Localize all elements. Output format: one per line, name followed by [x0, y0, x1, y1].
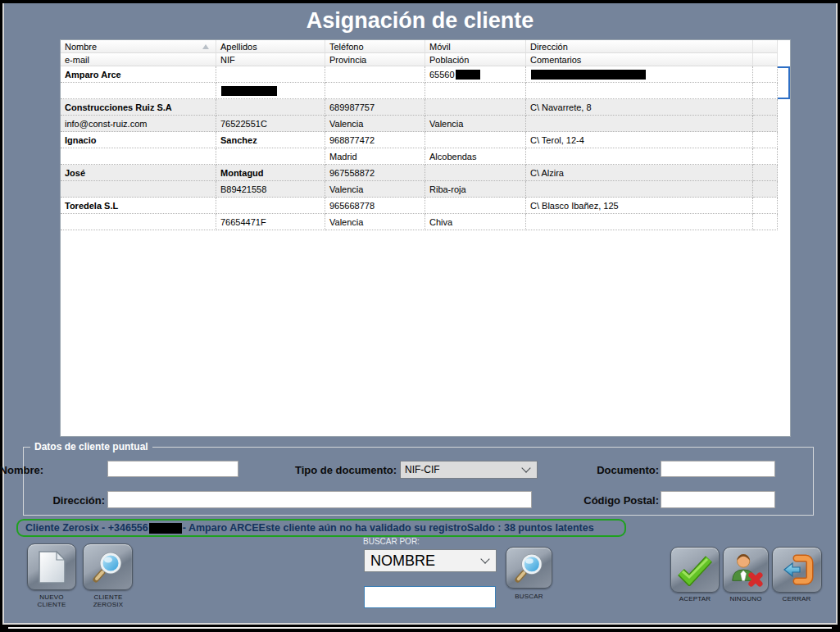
cerrar-button[interactable]	[772, 547, 822, 593]
grid-cell[interactable]	[526, 83, 753, 99]
grid-cell[interactable]: Montagud	[216, 165, 325, 181]
grid-cell[interactable]: 76654471F	[216, 214, 325, 230]
grid-row[interactable]: 76654471FValenciaChiva	[61, 214, 790, 230]
grid-header-cell[interactable]: Comentarios	[526, 53, 753, 66]
grid-cell[interactable]	[425, 99, 526, 116]
grid-cell[interactable]: info@const-ruiz.com	[61, 116, 216, 132]
search-input[interactable]	[364, 586, 496, 608]
grid-cell[interactable]: Construcciones Ruiz S.A	[61, 99, 216, 116]
grid-cell[interactable]	[216, 66, 325, 83]
grid-cell[interactable]	[61, 214, 216, 230]
grid-cell[interactable]	[216, 148, 325, 165]
tipo-documento-select[interactable]: NIF-CIF	[400, 461, 538, 479]
grid-cell[interactable]	[526, 116, 753, 132]
grid-cell[interactable]	[526, 181, 753, 198]
grid-cell[interactable]: Sanchez	[216, 132, 325, 148]
grid-cell[interactable]: José	[61, 165, 216, 181]
grid-row-pair[interactable]: Toredela S.L965668778C\ Blasco Ibañez, 1…	[61, 198, 790, 230]
grid-header-cell[interactable]: Teléfono	[325, 40, 425, 53]
grid-cell[interactable]: 967558872	[325, 165, 425, 181]
grid-cell[interactable]	[753, 66, 778, 83]
grid-cell[interactable]	[753, 116, 778, 132]
grid-row[interactable]: IgnacioSanchez968877472C\ Terol, 12-4	[61, 132, 790, 148]
grid-cell[interactable]: Valencia	[325, 116, 425, 132]
grid-cell[interactable]	[216, 83, 325, 99]
codigo-postal-input[interactable]	[661, 491, 775, 508]
grid-cell[interactable]	[753, 132, 778, 148]
grid-cell[interactable]	[425, 198, 526, 214]
grid-cell[interactable]	[753, 181, 778, 198]
grid-cell[interactable]	[526, 148, 753, 165]
grid-cell[interactable]: Valencia	[325, 214, 425, 230]
grid-cell[interactable]	[753, 148, 778, 165]
grid-cell[interactable]	[753, 214, 778, 230]
grid-cell[interactable]: Riba-roja	[425, 181, 526, 198]
buscar-por-select[interactable]: NOMBRE	[364, 549, 497, 572]
grid-cell[interactable]	[753, 99, 778, 116]
documento-input[interactable]	[661, 461, 775, 477]
nuevo-cliente-button[interactable]	[27, 543, 76, 590]
grid-header-cell[interactable]: Apellidos	[216, 40, 325, 53]
grid-header-cell[interactable]: e-mail	[61, 53, 216, 66]
grid-cell[interactable]	[325, 66, 425, 83]
ninguno-button[interactable]	[723, 547, 769, 593]
grid-cell[interactable]: Valencia	[425, 116, 526, 132]
aceptar-button[interactable]	[670, 547, 720, 593]
grid-cell[interactable]	[325, 83, 425, 99]
grid-header-cell[interactable]: Nombre	[61, 40, 216, 53]
grid-header-cell[interactable]: NIF	[216, 53, 325, 66]
grid-cell[interactable]: Alcobendas	[425, 148, 526, 165]
grid-cell[interactable]: Toredela S.L	[61, 198, 216, 214]
grid-cell[interactable]	[61, 148, 216, 165]
grid-cell[interactable]: C\ Alzira	[526, 165, 753, 181]
grid-row-pair[interactable]: Construcciones Ruiz S.A689987757C\ Navar…	[61, 99, 790, 132]
grid-cell[interactable]	[216, 198, 325, 214]
grid-row[interactable]: Toredela S.L965668778C\ Blasco Ibañez, 1…	[61, 198, 790, 214]
grid-cell[interactable]: C\ Navarrete, 8	[526, 99, 753, 116]
grid-cell[interactable]	[216, 99, 325, 116]
grid-cell[interactable]: Amparo Arce	[61, 66, 216, 83]
grid-cell[interactable]: 76522551C	[216, 116, 325, 132]
grid-cell[interactable]: Madrid	[325, 148, 425, 165]
grid-cell[interactable]	[61, 181, 216, 198]
grid-cell[interactable]	[61, 83, 216, 99]
grid-header-cell[interactable]: Dirección	[526, 40, 753, 53]
grid-cell[interactable]	[753, 165, 778, 181]
grid-header-cell[interactable]: Provincia	[325, 53, 425, 66]
nombre-input[interactable]	[107, 461, 238, 477]
grid-cell[interactable]	[425, 165, 526, 181]
grid-row-pair[interactable]: IgnacioSanchez968877472C\ Terol, 12-4Mad…	[61, 132, 790, 165]
grid-cell[interactable]	[753, 198, 778, 214]
grid-header-cell[interactable]: Población	[425, 53, 526, 66]
direccion-input[interactable]	[107, 491, 532, 508]
grid-cell[interactable]: B89421558	[216, 181, 325, 198]
grid-row[interactable]: info@const-ruiz.com76522551CValenciaVale…	[61, 116, 790, 132]
buscar-button[interactable]	[506, 547, 552, 589]
grid-cell[interactable]: 65560	[425, 66, 526, 83]
grid-cell[interactable]: 965668778	[325, 198, 425, 214]
grid-row[interactable]: MadridAlcobendas	[61, 148, 790, 165]
grid-cell[interactable]: Ignacio	[61, 132, 216, 148]
grid-cell[interactable]: C\ Blasco Ibañez, 125	[526, 198, 753, 214]
grid-cell[interactable]	[425, 83, 526, 99]
grid-cell[interactable]: Chiva	[425, 214, 526, 230]
grid-row[interactable]	[61, 83, 790, 99]
grid-cell[interactable]: C\ Terol, 12-4	[526, 132, 753, 148]
grid-cell[interactable]	[753, 83, 778, 99]
grid-row[interactable]: B89421558ValenciaRiba-roja	[61, 181, 790, 198]
grid-row[interactable]: JoséMontagud967558872C\ Alzira	[61, 165, 790, 181]
grid-header-cell[interactable]: Móvil	[425, 40, 526, 53]
cliente-zerosix-button[interactable]	[83, 543, 133, 590]
grid-header-cell[interactable]	[753, 53, 778, 66]
grid-cell[interactable]: 689987757	[325, 99, 425, 116]
grid-row[interactable]: Amparo Arce65560	[61, 66, 790, 83]
grid-header-cell[interactable]	[753, 40, 778, 53]
grid-cell[interactable]: Valencia	[325, 181, 425, 198]
client-grid[interactable]: NombreApellidosTeléfonoMóvilDireccióne-m…	[60, 39, 791, 437]
grid-row-pair[interactable]: Amparo Arce65560	[61, 66, 790, 99]
grid-cell[interactable]	[526, 214, 753, 230]
grid-cell[interactable]	[526, 66, 753, 83]
grid-row-pair[interactable]: JoséMontagud967558872C\ AlziraB89421558V…	[61, 165, 790, 198]
grid-cell[interactable]: 968877472	[325, 132, 425, 148]
grid-cell[interactable]	[425, 132, 526, 148]
